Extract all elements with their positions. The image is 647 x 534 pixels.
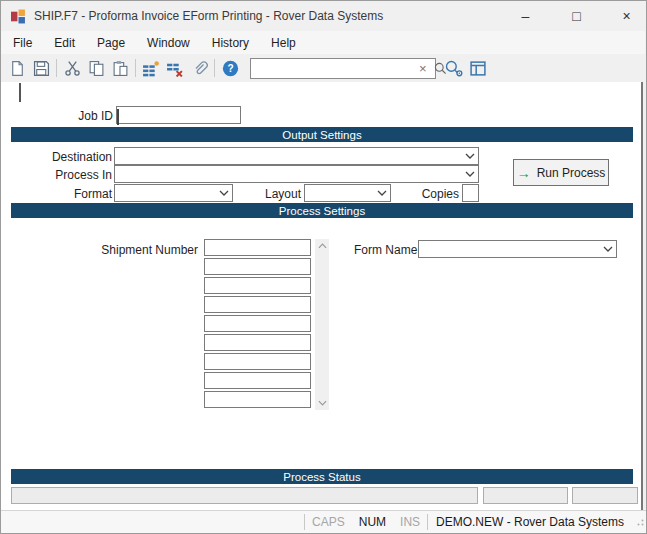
scroll-down-icon[interactable] <box>315 396 329 410</box>
caps-lock-indicator: CAPS <box>305 515 352 529</box>
layout-label: Layout <box>241 187 301 201</box>
menu-file[interactable]: File <box>1 31 43 54</box>
window-layout-icon[interactable] <box>466 56 490 80</box>
process-status-message-field <box>11 487 478 504</box>
svg-text:?: ? <box>227 63 233 74</box>
form-name-label: Form Name <box>354 243 414 257</box>
chevron-down-icon <box>216 190 232 196</box>
process-in-combobox[interactable] <box>114 165 479 183</box>
shipment-number-input[interactable] <box>204 334 311 351</box>
run-arrow-icon: → <box>517 166 531 180</box>
shipment-number-input[interactable] <box>204 277 311 294</box>
menu-history[interactable]: History <box>201 31 260 54</box>
output-settings-header: Output Settings <box>11 127 633 142</box>
destination-label: Destination <box>11 150 112 164</box>
shipment-number-input[interactable] <box>204 391 311 408</box>
copies-label: Copies <box>399 187 459 201</box>
search-clear-icon[interactable]: × <box>414 61 432 76</box>
toolbar-search-box: × <box>250 58 436 79</box>
toolbar-separator <box>135 59 136 77</box>
copy-icon[interactable] <box>84 56 108 80</box>
chevron-down-icon <box>462 153 478 159</box>
find-record-icon[interactable] <box>442 56 466 80</box>
job-id-input[interactable] <box>117 109 240 125</box>
shipment-number-input[interactable] <box>204 239 311 256</box>
minimize-button[interactable]: – <box>503 1 548 31</box>
run-process-button[interactable]: → Run Process <box>513 159 609 186</box>
search-input[interactable] <box>251 60 414 77</box>
copies-field[interactable] <box>462 184 479 202</box>
menu-window[interactable]: Window <box>136 31 201 54</box>
shipment-number-label: Shipment Number <box>88 243 198 257</box>
process-status-header: Process Status <box>11 469 633 484</box>
process-status-field-2 <box>483 487 568 504</box>
process-settings-header: Process Settings <box>11 203 633 218</box>
close-button[interactable]: × <box>604 1 647 31</box>
toolbar: ? × <box>1 54 645 82</box>
chevron-down-icon <box>600 246 616 252</box>
maximize-button[interactable]: □ <box>554 1 599 31</box>
resize-grip[interactable] <box>634 515 644 529</box>
destination-combobox[interactable] <box>114 147 479 165</box>
grid-add-row-icon[interactable] <box>139 56 163 80</box>
layout-combobox[interactable] <box>304 184 391 202</box>
num-lock-indicator: NUM <box>352 515 393 529</box>
form-name-combobox[interactable] <box>418 240 617 258</box>
job-id-field[interactable] <box>116 106 241 124</box>
title-bar: SHIP.F7 - Proforma Invoice EForm Printin… <box>1 1 646 31</box>
menu-bar: File Edit Page Window History Help <box>1 31 645 54</box>
toolbar-separator <box>56 59 57 77</box>
attachment-icon[interactable] <box>187 56 211 80</box>
session-name: DEMO.NEW - Rover Data Systems <box>428 515 632 529</box>
text-caret <box>19 83 21 102</box>
grid-delete-row-icon[interactable] <box>163 56 187 80</box>
menu-edit[interactable]: Edit <box>43 31 86 54</box>
format-label: Format <box>11 187 112 201</box>
toolbar-separator <box>214 59 215 77</box>
chevron-down-icon <box>374 190 390 196</box>
shipment-number-input[interactable] <box>204 372 311 389</box>
shipment-number-input[interactable] <box>204 353 311 370</box>
shipment-number-input[interactable] <box>204 315 311 332</box>
insert-mode-indicator: INS <box>393 515 427 529</box>
chevron-down-icon <box>462 171 478 177</box>
shipment-number-input[interactable] <box>204 296 311 313</box>
menu-help[interactable]: Help <box>260 31 307 54</box>
new-document-icon[interactable] <box>5 56 29 80</box>
run-process-label: Run Process <box>537 166 606 180</box>
copies-input[interactable] <box>463 187 478 203</box>
process-in-label: Process In <box>11 168 112 182</box>
cut-icon[interactable] <box>60 56 84 80</box>
form-area: Job ID Output Settings Destination Proce… <box>1 82 643 511</box>
save-icon[interactable] <box>29 56 53 80</box>
format-combobox[interactable] <box>114 184 233 202</box>
shipment-list-scrollbar[interactable] <box>315 239 329 410</box>
window-title: SHIP.F7 - Proforma Invoice EForm Printin… <box>34 9 383 23</box>
menu-page[interactable]: Page <box>86 31 136 54</box>
app-icon <box>11 9 26 24</box>
paste-icon[interactable] <box>108 56 132 80</box>
status-bar: CAPS NUM INS DEMO.NEW - Rover Data Syste… <box>1 510 646 533</box>
job-id-label: Job ID <box>31 109 113 123</box>
app-window: SHIP.F7 - Proforma Invoice EForm Printin… <box>0 0 647 534</box>
shipment-number-input[interactable] <box>204 258 311 275</box>
help-icon[interactable]: ? <box>218 56 242 80</box>
process-status-field-3 <box>572 487 638 504</box>
scroll-up-icon[interactable] <box>315 239 329 253</box>
